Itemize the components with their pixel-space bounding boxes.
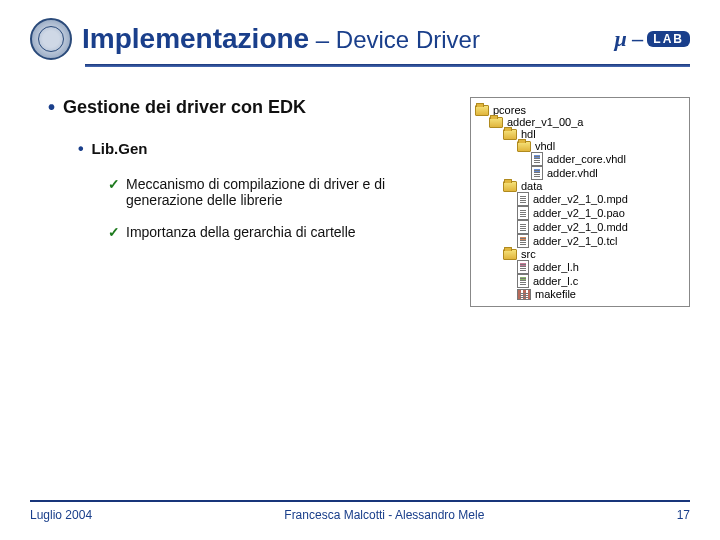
- footer-rule: [30, 500, 690, 502]
- bullet3a-text: Meccanismo di compilazione di driver e d…: [126, 176, 448, 208]
- content-area: • Gestione dei driver con EDK • Lib.Gen …: [30, 97, 690, 307]
- tree-file: adder_l.c: [475, 274, 681, 288]
- footer: Luglio 2004 Francesca Malcotti - Alessan…: [30, 500, 690, 522]
- bullet1-text: Gestione dei driver con EDK: [63, 97, 306, 118]
- bullet-dot-icon: •: [48, 97, 55, 118]
- file-icon: [517, 192, 529, 206]
- tree-label: adder_v2_1_0.mpd: [533, 193, 628, 205]
- bullet-level1: • Gestione dei driver con EDK: [48, 97, 458, 118]
- tree-label: adder_l.c: [533, 275, 578, 287]
- tree-label: adder_l.h: [533, 261, 579, 273]
- logo-mu: µ –: [614, 26, 643, 52]
- page-number: 17: [677, 508, 690, 522]
- footer-date: Luglio 2004: [30, 508, 92, 522]
- tree-file: adder_core.vhdl: [475, 152, 681, 166]
- logo-lab: LAB: [647, 31, 690, 47]
- footer-row: Luglio 2004 Francesca Malcotti - Alessan…: [30, 508, 690, 522]
- tree-label: src: [521, 248, 536, 260]
- check-icon: ✓: [108, 224, 120, 240]
- tree-label: adder_v2_1_0.pao: [533, 207, 625, 219]
- tcl-file-icon: [517, 234, 529, 248]
- makefile-icon: [517, 289, 531, 300]
- tree-label: adder_core.vhdl: [547, 153, 626, 165]
- file-icon: [517, 206, 529, 220]
- tree-file: adder_v2_1_0.pao: [475, 206, 681, 220]
- vhdl-file-icon: [531, 166, 543, 180]
- tree-label: adder_v1_00_a: [507, 116, 583, 128]
- tree-folder: src: [475, 248, 681, 260]
- university-seal-icon: [30, 18, 72, 60]
- tree-file: adder_l.h: [475, 260, 681, 274]
- mulab-logo: µ – LAB: [614, 26, 690, 52]
- bullet-column: • Gestione dei driver con EDK • Lib.Gen …: [48, 97, 458, 307]
- header-file-icon: [517, 260, 529, 274]
- bullet-level3: ✓ Meccanismo di compilazione di driver e…: [108, 176, 448, 208]
- tree-file: adder.vhdl: [475, 166, 681, 180]
- bullet-level3: ✓ Importanza della gerarchia di cartelle: [108, 224, 448, 240]
- folder-icon: [503, 181, 517, 192]
- tree-file: adder_v2_1_0.mpd: [475, 192, 681, 206]
- tree-label: adder_v2_1_0.mdd: [533, 221, 628, 233]
- folder-icon: [503, 249, 517, 260]
- folder-icon: [475, 105, 489, 116]
- slide-title: Implementazione – Device Driver: [82, 23, 480, 55]
- title-rest: – Device Driver: [309, 26, 480, 53]
- tree-label: data: [521, 180, 542, 192]
- slide: Implementazione – Device Driver µ – LAB …: [0, 0, 720, 540]
- bullet-level2: • Lib.Gen: [78, 140, 458, 158]
- tree-folder: pcores: [475, 104, 681, 116]
- tree-folder: hdl: [475, 128, 681, 140]
- tree-label: makefile: [535, 288, 576, 300]
- tree-label: vhdl: [535, 140, 555, 152]
- bullet3b-text: Importanza della gerarchia di cartelle: [126, 224, 356, 240]
- tree-label: adder_v2_1_0.tcl: [533, 235, 617, 247]
- header-rule: [85, 64, 690, 67]
- tree-file: adder_v2_1_0.tcl: [475, 234, 681, 248]
- folder-icon: [517, 141, 531, 152]
- file-icon: [517, 220, 529, 234]
- header: Implementazione – Device Driver µ – LAB: [30, 18, 690, 60]
- folder-tree: pcores adder_v1_00_a hdl vhdl adder_core…: [470, 97, 690, 307]
- title-strong: Implementazione: [82, 23, 309, 54]
- bullet2-text: Lib.Gen: [92, 140, 148, 158]
- tree-folder: vhdl: [475, 140, 681, 152]
- tree-label: adder.vhdl: [547, 167, 598, 179]
- check-icon: ✓: [108, 176, 120, 208]
- folder-icon: [489, 117, 503, 128]
- tree-file: adder_v2_1_0.mdd: [475, 220, 681, 234]
- c-file-icon: [517, 274, 529, 288]
- vhdl-file-icon: [531, 152, 543, 166]
- tree-label: pcores: [493, 104, 526, 116]
- bullet-dot-icon: •: [78, 140, 84, 158]
- folder-icon: [503, 129, 517, 140]
- footer-authors: Francesca Malcotti - Alessandro Mele: [284, 508, 484, 522]
- tree-folder: data: [475, 180, 681, 192]
- tree-file: makefile: [475, 288, 681, 300]
